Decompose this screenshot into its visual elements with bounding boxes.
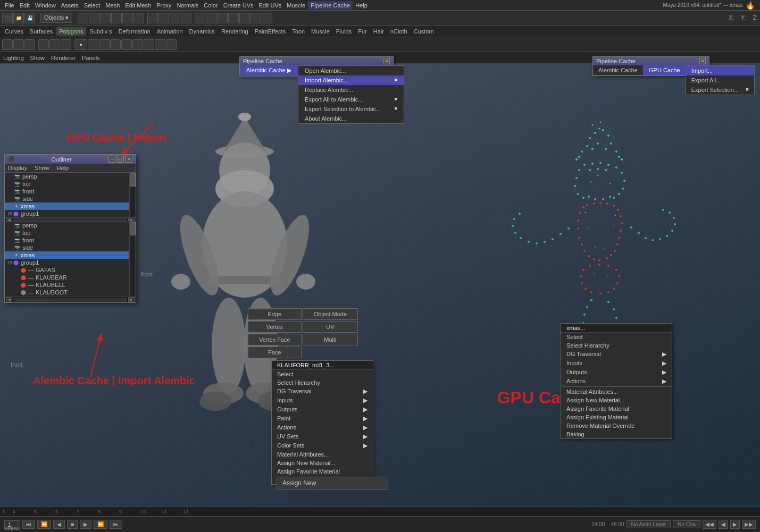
menu-muscle[interactable]: Muscle [284,1,308,10]
play-back-btn[interactable]: ◀ [53,520,65,529]
ti-14[interactable] [195,13,205,23]
panels-menu[interactable]: Panels [82,55,100,61]
tab-surfaces[interactable]: Surfaces [27,27,55,36]
play-fwd-btn[interactable]: ▶ [80,520,91,529]
ti-19[interactable] [250,13,261,23]
ctx-center-actions[interactable]: Actions▶ [272,423,373,432]
export-all-alembic-item[interactable]: Export All to Alembic... ■ [298,95,404,104]
si-7[interactable]: ● [74,39,87,50]
list-item-persp-1[interactable]: 📷persp [5,173,136,180]
multi-btn[interactable]: Multi [303,334,358,345]
list-item-klaubear[interactable]: ⬤— KLAUBEAR [5,274,136,281]
play-prev-btn[interactable]: ⏪ [37,520,51,529]
ctx-center-sel-hier[interactable]: Select Hierarchy [272,378,373,387]
menu-assets[interactable]: Assets [59,1,81,10]
ctx-right-material-attr[interactable]: Material Attributes... [561,387,672,396]
ti-20[interactable] [262,13,272,23]
gpu-import-item[interactable]: Import... [686,66,754,75]
ti-13[interactable] [181,13,191,23]
tab-ncloth[interactable]: nCloth [388,27,410,36]
tab-dynamics[interactable]: Dynamics [187,27,218,36]
ctx-right-assign-existing[interactable]: Assign Existing Material [561,413,672,421]
ctx-center-assign-new[interactable]: Assign New Material... [272,459,373,467]
pd1-close-btn[interactable]: ✕ [383,58,390,64]
hscroll-left-btn[interactable]: ◀ [6,297,12,302]
uv-btn[interactable]: UV [303,321,358,333]
list-item-xmas-2[interactable]: ✦xmas [5,251,136,259]
ctx-right-actions[interactable]: Actions▶ [561,377,672,386]
list-item-xmas-1[interactable]: ✦xmas [5,202,136,210]
ctx-center-inputs[interactable]: Inputs▶ [272,396,373,405]
ctx-center-dg-traversal[interactable]: DG Traversal▶ [272,387,373,396]
outliner-display-menu[interactable]: Display [8,165,27,171]
export-sel-alembic-item[interactable]: Export Selection to Alembic... ■ [298,104,404,114]
menu-create-uvs[interactable]: Create UVs [221,1,256,10]
gpu-export-sel-item[interactable]: Export Selection... ■ [686,85,754,95]
ti-9[interactable] [133,13,144,23]
ctx-center-material-attr[interactable]: Material Attributes... [272,450,373,459]
si-10[interactable] [110,39,121,50]
ctx-center-color-sets[interactable]: Color Sets▶ [272,441,373,450]
si-4[interactable] [38,39,49,50]
tab-fur[interactable]: Fur [355,27,370,36]
toolbar-icon-1[interactable]: ⬛ [2,13,13,23]
ti-12[interactable] [170,13,180,23]
list-item-group1-2[interactable]: ⊟ ⬤group1 [5,259,136,266]
si-12[interactable] [132,39,143,50]
list-item-front-1[interactable]: 📷front [5,188,136,195]
toolbar-icon-3[interactable]: 💾 [24,13,35,23]
list-item-gafas[interactable]: ⬤— GAFAS [5,266,136,274]
ti-15[interactable] [206,13,216,23]
si-1[interactable] [2,39,13,50]
ctx-center-assign-fav[interactable]: Assign Favorite Material [272,467,373,476]
tab-hair[interactable]: Hair [371,27,387,36]
ctx-right-assign-fav[interactable]: Assign Favorite Material [561,404,672,413]
menu-select[interactable]: Select [81,1,103,10]
ctx-center-outputs[interactable]: Outputs▶ [272,405,373,414]
outliner-maximize-btn[interactable]: □ [117,156,124,163]
menu-file[interactable]: File [2,1,17,10]
ti-10[interactable] [147,13,158,23]
play-stop-btn[interactable]: ■ [67,520,78,529]
si-14[interactable] [155,39,165,50]
scroll-right-btn[interactable]: ▶ [128,218,135,221]
renderer-menu[interactable]: Renderer [51,55,76,61]
right-nav-4[interactable]: ▶▶ [742,520,756,529]
play-start-btn[interactable]: ⏮ [22,520,35,529]
scroll-left-btn[interactable]: ◀ [6,218,12,221]
ctx-center-uv-sets[interactable]: UV Sets▶ [272,432,373,441]
list-item-persp-2[interactable]: 📷persp [5,222,136,229]
vertex-face-btn[interactable]: Vertex Face [248,334,302,345]
outliner-show-menu[interactable]: Show [35,165,49,171]
ctx-right-baking[interactable]: Baking [561,430,672,438]
ctx-right-select[interactable]: Select [561,333,672,341]
tab-rendering[interactable]: Rendering [219,27,251,36]
ctx-right-select-hierarchy[interactable]: Select Hierarchy [561,341,672,350]
ti-18[interactable] [239,13,250,23]
si-11[interactable] [121,39,132,50]
ctx-center-select[interactable]: Select [272,370,373,378]
tab-deformation[interactable]: Deformation [116,27,153,36]
about-alembic-item[interactable]: About Alembic... [298,114,404,123]
menu-proxy[interactable]: Proxy [154,1,174,10]
tab-subdivs[interactable]: Subdiv s [87,27,115,36]
menu-pipeline-cache[interactable]: Pipeline Cache [308,1,353,10]
tab-animation[interactable]: Animation [154,27,186,36]
si-2[interactable] [13,39,24,50]
si-9[interactable] [99,39,110,50]
outliner-help-menu[interactable]: Help [57,165,69,171]
list-item-front-2[interactable]: 📷front [5,237,136,244]
vertex-btn[interactable]: Vertex [248,321,302,333]
list-item-side-2[interactable]: 📷side [5,244,136,251]
right-nav-3[interactable]: ▶ [730,520,740,529]
ctx-right-remove-override[interactable]: Remove Material Override [561,421,672,430]
tab-muscle[interactable]: Muscle [308,27,332,36]
ti-16[interactable] [217,13,228,23]
menu-edit-mesh[interactable]: Edit Mesh [122,1,154,10]
gpu-export-all-item[interactable]: Export All... [686,75,754,85]
si-6[interactable] [61,39,71,50]
si-8[interactable] [88,39,98,50]
ti-8[interactable] [122,13,133,23]
face-btn[interactable]: Face [248,347,302,358]
replace-alembic-item[interactable]: Replace Alembic... [298,85,404,95]
